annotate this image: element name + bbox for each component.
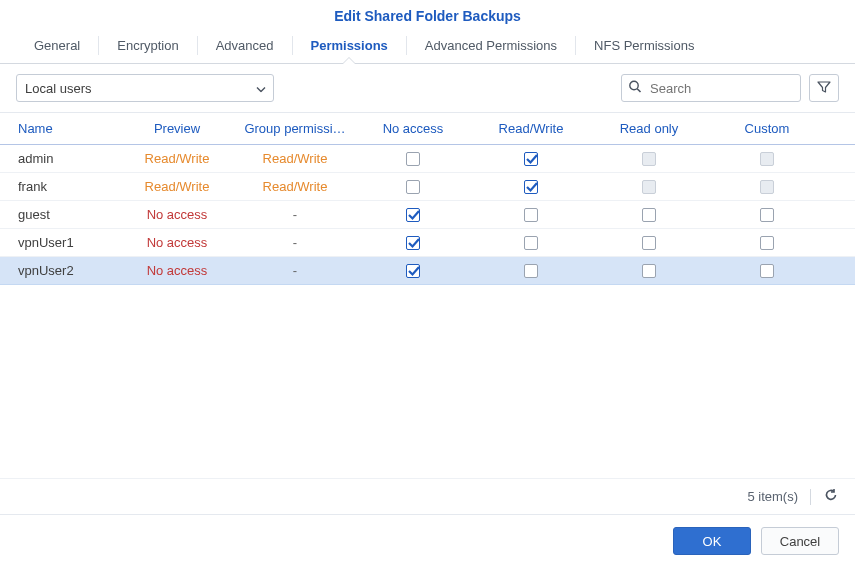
svg-line-1 <box>637 89 640 92</box>
table-row[interactable]: guestNo access- <box>0 201 855 229</box>
user-scope-select[interactable]: Local users <box>16 74 274 102</box>
checkbox-no-access[interactable] <box>406 264 420 278</box>
cell-group: Read/Write <box>236 171 354 202</box>
toolbar: Local users <box>0 64 855 112</box>
cell-group: - <box>236 199 354 230</box>
reload-button[interactable] <box>823 487 839 506</box>
cell-read-only <box>590 227 708 259</box>
checkbox-read-only <box>642 152 656 166</box>
cell-group: Read/Write <box>236 145 354 174</box>
tab-advanced[interactable]: Advanced <box>198 28 292 63</box>
cell-preview: No access <box>118 199 236 230</box>
table-row[interactable]: frankRead/WriteRead/Write <box>0 173 855 201</box>
cell-name: admin <box>0 145 118 174</box>
table-row[interactable]: adminRead/WriteRead/Write <box>0 145 855 173</box>
col-read-write[interactable]: Read/Write <box>472 113 590 144</box>
cell-name: vpnUser1 <box>0 227 118 258</box>
reload-icon <box>823 487 839 506</box>
cell-no-access <box>354 199 472 231</box>
table-header: Name Preview Group permissi… No access R… <box>0 112 855 145</box>
cell-group: - <box>236 227 354 258</box>
col-group-permissions[interactable]: Group permissi… <box>236 113 354 144</box>
cell-custom <box>708 199 826 231</box>
col-custom[interactable]: Custom <box>708 113 826 144</box>
col-preview[interactable]: Preview <box>118 113 236 144</box>
tab-general[interactable]: General <box>16 28 98 63</box>
cell-no-access <box>354 171 472 203</box>
cell-read-write <box>472 255 590 287</box>
ok-button[interactable]: OK <box>673 527 751 555</box>
cell-no-access <box>354 255 472 287</box>
checkbox-custom[interactable] <box>760 236 774 250</box>
tab-nfs-permissions[interactable]: NFS Permissions <box>576 28 712 63</box>
dialog-footer: OK Cancel <box>0 514 855 569</box>
cell-read-only <box>590 199 708 231</box>
cell-read-write <box>472 171 590 203</box>
checkbox-no-access[interactable] <box>406 152 420 166</box>
cell-custom <box>708 255 826 287</box>
checkbox-read-write[interactable] <box>524 236 538 250</box>
cell-name: guest <box>0 199 118 230</box>
cell-custom <box>708 171 826 203</box>
checkbox-read-write[interactable] <box>524 208 538 222</box>
search-field[interactable] <box>621 74 801 102</box>
tab-bar: GeneralEncryptionAdvancedPermissionsAdva… <box>0 28 855 64</box>
cell-read-only <box>590 171 708 203</box>
cell-group: - <box>236 255 354 286</box>
cell-preview: No access <box>118 255 236 286</box>
search-icon <box>628 80 642 97</box>
checkbox-read-write[interactable] <box>524 264 538 278</box>
checkbox-custom <box>760 180 774 194</box>
checkbox-read-only[interactable] <box>642 208 656 222</box>
cell-preview: Read/Write <box>118 171 236 202</box>
cell-preview: Read/Write <box>118 145 236 174</box>
table-body: adminRead/WriteRead/WritefrankRead/Write… <box>0 145 855 285</box>
cell-preview: No access <box>118 227 236 258</box>
checkbox-read-write[interactable] <box>524 152 538 166</box>
item-count: 5 item(s) <box>747 489 798 504</box>
svg-point-0 <box>630 81 638 89</box>
table-row[interactable]: vpnUser1No access- <box>0 229 855 257</box>
col-read-only[interactable]: Read only <box>590 113 708 144</box>
cell-no-access <box>354 227 472 259</box>
dialog-title: Edit Shared Folder Backups <box>0 0 855 28</box>
checkbox-custom <box>760 152 774 166</box>
search-input[interactable] <box>621 74 801 102</box>
cancel-button[interactable]: Cancel <box>761 527 839 555</box>
cell-read-write <box>472 227 590 259</box>
tab-advanced-permissions[interactable]: Advanced Permissions <box>407 28 575 63</box>
checkbox-custom[interactable] <box>760 208 774 222</box>
filter-icon <box>817 80 831 97</box>
tab-permissions[interactable]: Permissions <box>293 28 406 63</box>
checkbox-no-access[interactable] <box>406 236 420 250</box>
cell-custom <box>708 227 826 259</box>
cell-read-only <box>590 255 708 287</box>
col-name[interactable]: Name <box>0 113 118 144</box>
user-scope-dropdown[interactable]: Local users <box>16 74 274 102</box>
status-separator <box>810 489 811 505</box>
tab-encryption[interactable]: Encryption <box>99 28 196 63</box>
col-no-access[interactable]: No access <box>354 113 472 144</box>
checkbox-read-only[interactable] <box>642 236 656 250</box>
status-bar: 5 item(s) <box>0 478 855 514</box>
checkbox-read-only <box>642 180 656 194</box>
checkbox-no-access[interactable] <box>406 180 420 194</box>
cell-name: frank <box>0 171 118 202</box>
checkbox-read-write[interactable] <box>524 180 538 194</box>
cell-name: vpnUser2 <box>0 255 118 286</box>
filter-button[interactable] <box>809 74 839 102</box>
checkbox-read-only[interactable] <box>642 264 656 278</box>
checkbox-no-access[interactable] <box>406 208 420 222</box>
table-row[interactable]: vpnUser2No access- <box>0 257 855 285</box>
cell-read-write <box>472 199 590 231</box>
checkbox-custom[interactable] <box>760 264 774 278</box>
